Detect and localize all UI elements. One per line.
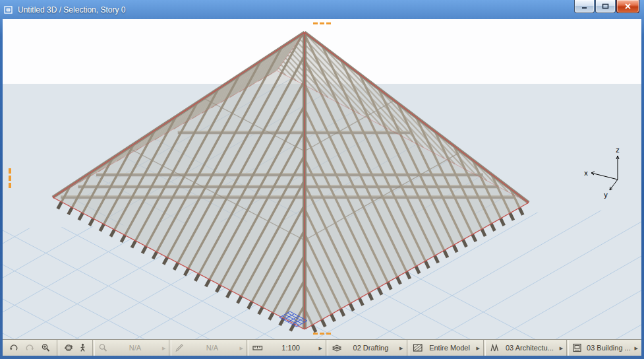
maximize-button[interactable] <box>595 0 616 13</box>
viewport-3d[interactable]: zxy <box>3 19 641 339</box>
scene-canvas[interactable]: zxy <box>3 19 641 339</box>
orientation-combo-label: N/A <box>187 344 237 352</box>
previous-view-icon[interactable] <box>9 343 18 352</box>
quick-options-bar: N/A ▶ N/A ▶ 1:100 ▶ 02 Drafting ▶ <box>3 339 641 356</box>
pen-set-icon <box>489 343 500 352</box>
scale-combo[interactable]: 1:100 ▶ <box>249 340 326 356</box>
orientation-combo[interactable]: N/A ▶ <box>171 340 246 356</box>
combo-arrow-icon[interactable]: ▶ <box>239 346 243 350</box>
zoom-in-icon[interactable] <box>41 343 51 352</box>
layers-icon <box>332 343 342 352</box>
zoom-combo[interactable]: N/A ▶ <box>95 340 169 356</box>
app-window: Untitled 3D / Selection, Story 0 zxy <box>0 0 644 359</box>
structure-display-icon <box>413 343 423 352</box>
combo-arrow-icon[interactable]: ▶ <box>477 346 480 350</box>
orientation-pencil-icon <box>175 343 185 352</box>
explore-walk-icon[interactable] <box>78 343 88 352</box>
3d-navigation-group <box>59 340 92 356</box>
window-title: Untitled 3D / Selection, Story 0 <box>18 5 125 15</box>
pen-set-combo[interactable]: 03 Architectu... ▶ <box>486 340 566 356</box>
axis-z-label: z <box>616 146 620 154</box>
axis-x-label: x <box>584 169 588 177</box>
pen-set-combo-label: 03 Architectu... <box>502 344 557 352</box>
layer-combination-combo[interactable]: 02 Drafting ▶ <box>328 340 407 356</box>
layout-page-icon <box>572 343 583 352</box>
close-button[interactable] <box>616 0 639 13</box>
combo-arrow-icon[interactable]: ▶ <box>635 346 638 350</box>
view-navigation-group <box>3 340 57 356</box>
combo-arrow-icon[interactable]: ▶ <box>560 346 563 350</box>
zoom-preset-icon <box>98 343 108 352</box>
next-view-icon[interactable] <box>25 343 35 352</box>
axis-y-label: y <box>604 191 608 199</box>
titlebar[interactable]: Untitled 3D / Selection, Story 0 <box>3 0 641 19</box>
orbit-icon[interactable] <box>64 343 74 352</box>
layout-combo-label: 03 Building ... <box>585 344 631 352</box>
combo-arrow-icon[interactable]: ▶ <box>162 346 165 350</box>
window-3d-icon <box>4 5 14 15</box>
zoom-combo-label: N/A <box>111 344 160 352</box>
layer-combo-label: 02 Drafting <box>345 344 397 352</box>
layout-combo[interactable]: 03 Building ... ▶ <box>569 340 641 356</box>
structure-combo-label: Entire Model <box>426 344 474 352</box>
window-controls <box>574 0 641 13</box>
combo-arrow-icon[interactable]: ▶ <box>399 346 403 350</box>
scale-ruler-icon <box>252 343 263 352</box>
minimize-button[interactable] <box>574 0 595 13</box>
scale-combo-label: 1:100 <box>266 344 316 352</box>
structure-display-combo[interactable]: Entire Model ▶ <box>409 340 483 356</box>
combo-arrow-icon[interactable]: ▶ <box>318 346 322 350</box>
